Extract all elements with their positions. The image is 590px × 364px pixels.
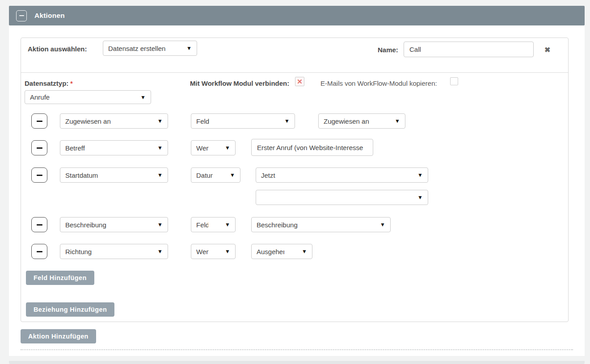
x-mark-icon: ✕ (297, 78, 303, 86)
field-select[interactable]: Betreff ▼ (60, 140, 168, 155)
chevron-down-icon: ▼ (154, 118, 163, 124)
chevron-down-icon: ▼ (391, 118, 400, 124)
value-select-value: Zugewiesen an (324, 117, 369, 125)
value-select-value: Ausgehend (257, 248, 284, 255)
value-select[interactable]: Zugewiesen an ▼ (318, 113, 405, 129)
collapse-panel-button[interactable] (16, 10, 27, 21)
record-type-value: Anrufe (30, 93, 50, 101)
minus-icon (37, 251, 42, 252)
required-marker: * (70, 80, 72, 87)
minus-icon (19, 15, 24, 17)
field-select[interactable]: Richtung ▼ (60, 244, 168, 259)
date-extra-select[interactable]: ▼ (256, 190, 428, 205)
value-type-select[interactable]: Feld ▼ (191, 217, 236, 232)
chevron-down-icon: ▼ (137, 94, 146, 100)
value-select[interactable]: Ausgehend ▼ (251, 244, 312, 259)
panel-title: Aktionen (34, 12, 65, 20)
field-select-value: Startdatum (65, 172, 98, 179)
add-action-button[interactable]: Aktion Hinzufügen (21, 329, 96, 343)
chevron-down-icon: ▼ (281, 118, 290, 124)
relate-workflow-label: Mit Workflow Modul verbinden: (190, 79, 289, 87)
remove-field-button[interactable] (31, 113, 47, 129)
copy-emails-checkbox[interactable] (450, 77, 458, 85)
value-type-select[interactable]: Feld ▼ (191, 113, 295, 129)
remove-field-button[interactable] (31, 167, 47, 183)
name-label: Name: (378, 46, 398, 54)
record-type-select[interactable]: Anrufe ▼ (25, 90, 151, 104)
value-type-value: Feld (196, 221, 208, 229)
value-select-value: Jetzt (261, 172, 275, 179)
field-select-value: Richtung (65, 248, 92, 255)
chevron-down-icon: ▼ (183, 45, 192, 51)
field-select-value: Beschreibung (65, 221, 106, 229)
value-select-value: Beschreibung (257, 221, 298, 229)
value-type-value: Feld (196, 117, 209, 125)
actions-panel-header: Aktionen (9, 6, 585, 25)
remove-field-button[interactable] (31, 244, 47, 259)
chevron-down-icon: ▼ (376, 222, 385, 228)
value-type-select[interactable]: Wert ▼ (191, 244, 236, 259)
chevron-down-icon: ▼ (221, 248, 230, 255)
chevron-down-icon: ▼ (154, 145, 163, 151)
record-type-label: Datensatztyp:* (25, 79, 73, 87)
value-select[interactable]: Beschreibung ▼ (251, 217, 391, 232)
chevron-down-icon: ▼ (414, 172, 423, 178)
value-type-select[interactable]: Datum ▼ (191, 167, 240, 183)
minus-icon (37, 224, 42, 226)
copy-emails-label: E-Mails von WorkFlow-Modul kopieren: (320, 79, 437, 87)
action-type-select[interactable]: Datensatz erstellen ▼ (103, 41, 197, 56)
add-field-button[interactable]: Feld Hinzufügen (26, 271, 94, 285)
remove-field-button[interactable] (31, 140, 47, 155)
workflow-actions-page: Aktionen Aktion auswählen: Datensatz ers… (0, 0, 590, 364)
add-relationship-button[interactable]: Beziehung Hinzufügen (26, 302, 114, 317)
action-type-value: Datensatz erstellen (108, 45, 165, 52)
minus-icon (37, 175, 42, 176)
minus-icon (37, 147, 42, 149)
next-section-edge (9, 361, 585, 364)
field-select-value: Zugewiesen an (65, 117, 111, 125)
relate-workflow-checkbox[interactable]: ✕ (295, 77, 304, 86)
value-input[interactable] (251, 139, 373, 156)
value-type-value: Datum (196, 172, 213, 179)
field-select[interactable]: Beschreibung ▼ (60, 217, 168, 232)
record-type-label-text: Datensatztyp: (25, 79, 68, 87)
chevron-down-icon: ▼ (298, 248, 307, 255)
action-select-label: Aktion auswählen: (28, 45, 87, 53)
section-divider (21, 72, 568, 73)
remove-field-button[interactable] (31, 217, 47, 232)
chevron-down-icon: ▼ (154, 248, 163, 255)
chevron-down-icon: ▼ (221, 145, 230, 151)
name-input[interactable] (404, 42, 534, 57)
value-type-value: Wert (196, 144, 209, 152)
remove-action-button[interactable]: ✖ (544, 46, 550, 54)
dotted-separator (21, 349, 573, 350)
chevron-down-icon: ▼ (154, 172, 163, 178)
chevron-down-icon: ▼ (221, 222, 230, 228)
chevron-down-icon: ▼ (154, 222, 163, 228)
value-type-select[interactable]: Wert ▼ (191, 140, 236, 155)
chevron-down-icon: ▼ (414, 194, 423, 201)
field-select-value: Betreff (65, 144, 85, 152)
field-select[interactable]: Zugewiesen an ▼ (60, 113, 168, 129)
minus-icon (37, 121, 42, 122)
chevron-down-icon: ▼ (226, 172, 235, 178)
value-select[interactable]: Jetzt ▼ (256, 167, 428, 183)
value-type-value: Wert (196, 248, 209, 255)
field-select[interactable]: Startdatum ▼ (60, 167, 168, 183)
